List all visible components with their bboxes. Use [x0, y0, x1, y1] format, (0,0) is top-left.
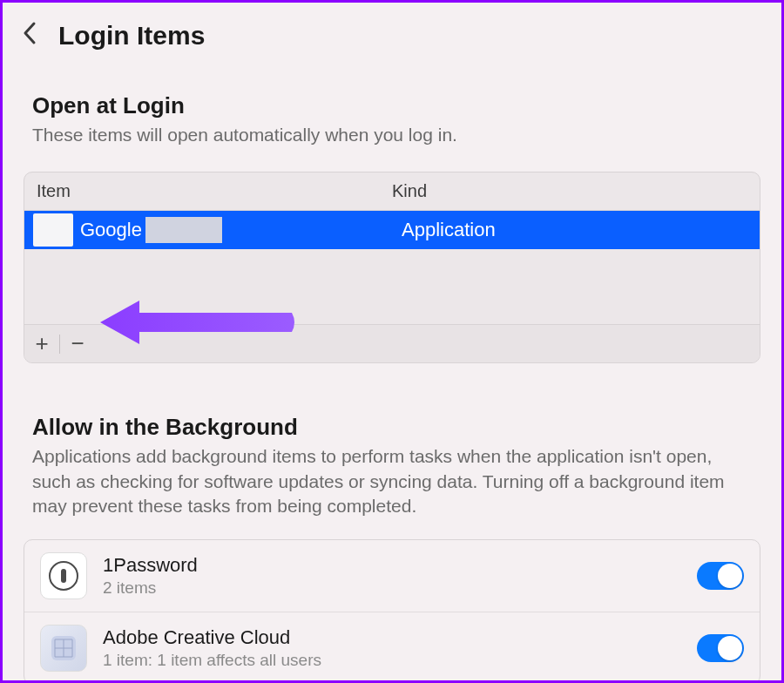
row-item-text: Google: [80, 219, 142, 241]
list-item-text: 1Password 2 items: [103, 554, 681, 598]
1password-icon: [40, 552, 87, 599]
header: Login Items: [3, 3, 781, 61]
table-body: Google Application: [24, 211, 760, 324]
svg-rect-1: [61, 569, 66, 583]
list-item: 1Password 2 items: [24, 540, 760, 612]
column-item[interactable]: Item: [37, 181, 392, 201]
app-subtitle: 1 item: 1 item affects all users: [103, 651, 681, 670]
open-at-login-section: Open at Login These items will open auto…: [3, 92, 781, 147]
row-item-kind: Application: [393, 219, 753, 241]
toggle-knob: [718, 564, 742, 588]
page-title: Login Items: [58, 21, 205, 51]
back-button[interactable]: [22, 20, 37, 52]
login-items-table: Item Kind Google Application + −: [24, 172, 760, 363]
app-name: Adobe Creative Cloud: [103, 626, 681, 649]
allow-background-description: Applications add background items to per…: [32, 444, 752, 518]
allow-background-section: Allow in the Background Applications add…: [3, 414, 781, 518]
app-subtitle: 2 items: [103, 578, 681, 598]
add-button[interactable]: +: [24, 325, 59, 363]
toggle-knob: [718, 636, 742, 660]
table-header: Item Kind: [24, 172, 760, 211]
toggle-adobe-cc[interactable]: [697, 634, 744, 662]
app-icon: [33, 213, 73, 247]
row-item-name: Google: [80, 217, 393, 243]
allow-background-heading: Allow in the Background: [32, 414, 752, 441]
table-footer: + −: [24, 324, 760, 362]
column-kind[interactable]: Kind: [392, 181, 747, 201]
background-items-list: 1Password 2 items Adobe Creative Cloud 1…: [24, 539, 760, 683]
list-item: Adobe Creative Cloud 1 item: 1 item affe…: [24, 612, 760, 683]
app-name: 1Password: [103, 554, 681, 577]
toggle-1password[interactable]: [697, 562, 744, 590]
open-at-login-heading: Open at Login: [32, 92, 752, 119]
redacted-text: [145, 217, 222, 243]
open-at-login-description: These items will open automatically when…: [32, 123, 752, 147]
adobe-cc-icon: [40, 625, 87, 672]
list-item-text: Adobe Creative Cloud 1 item: 1 item affe…: [103, 626, 681, 670]
remove-button[interactable]: −: [60, 325, 95, 363]
table-row[interactable]: Google Application: [24, 211, 760, 249]
